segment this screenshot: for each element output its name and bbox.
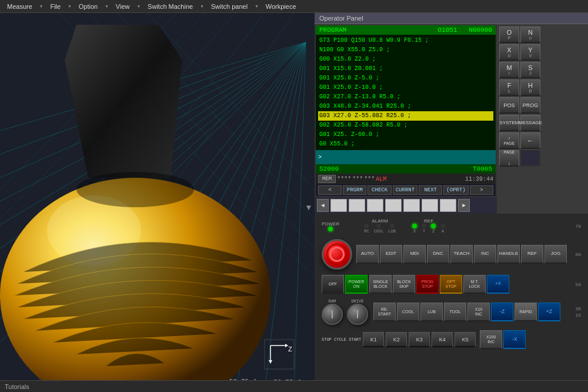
btn-prog-stop[interactable]: PROGSTOP: [416, 275, 439, 294]
btn-k1[interactable]: K1: [363, 332, 384, 347]
btn-x10[interactable]: X10INC: [467, 303, 490, 321]
btn-z-minus[interactable]: -Z: [491, 303, 513, 321]
btn-jog[interactable]: JOG: [544, 245, 567, 264]
btn-block-skip[interactable]: BLOCKSKIP: [393, 275, 415, 294]
key-sj[interactable]: SJ: [520, 62, 540, 78]
btn-inc[interactable]: INC: [474, 245, 496, 264]
key-xu[interactable]: XU: [499, 44, 519, 61]
key-pos[interactable]: POS: [499, 97, 519, 114]
btn-lub[interactable]: LUB: [420, 303, 443, 321]
btn-x-minus[interactable]: -X: [503, 330, 526, 349]
a-label: A: [442, 229, 444, 234]
key-row-7: ↑PAGE ←: [499, 132, 586, 149]
softkey-prgrm[interactable]: PRGRM: [343, 185, 366, 195]
sep2: ▾: [66, 2, 73, 10]
key-left-arrow[interactable]: ←: [520, 132, 540, 149]
estop-button[interactable]: [322, 239, 352, 270]
tool-number: T0005: [473, 165, 492, 172]
btn-k4[interactable]: K4: [432, 332, 453, 347]
btn-dnc[interactable]: DNC: [427, 245, 449, 264]
code-line-2: G00 X15.0 Z2.0 ;: [318, 55, 493, 64]
program-number: O1051 N00000: [438, 26, 492, 34]
menu-file[interactable]: File: [45, 2, 65, 11]
lub-label: LUB: [388, 229, 396, 234]
power-row: OFF POWER ON: [322, 275, 368, 294]
btn-rapid[interactable]: RAPID: [514, 303, 537, 321]
alarm-label: ALARM: [372, 218, 388, 224]
val-15: 15: [575, 313, 581, 318]
spindle-speed: S2000: [319, 165, 339, 172]
key-fl[interactable]: FL: [499, 79, 519, 96]
screen-and-keys: PROGRAM O1051 N00000 G73 P100 Q150 U0.8 …: [315, 24, 588, 214]
menu-switch-panel[interactable]: Switch panel: [206, 2, 252, 11]
btn-edit[interactable]: EDIT: [380, 245, 402, 264]
k-buttons: K1 K2 K3 K4 K5: [363, 332, 476, 347]
btn-k3[interactable]: K3: [409, 332, 430, 347]
btn-k5[interactable]: K5: [455, 332, 476, 347]
btn-ref[interactable]: REF: [521, 245, 543, 264]
btn-single-block[interactable]: SINGLEBLOCK: [369, 275, 392, 294]
ram-knob[interactable]: [322, 304, 343, 325]
btn-mdi[interactable]: MDI: [403, 245, 426, 264]
key-system[interactable]: SYSTEM: [499, 115, 519, 131]
softkey-next[interactable]: NEXT: [419, 185, 442, 195]
screen-func-btn-6[interactable]: [422, 199, 438, 212]
ram-group: RAM: [322, 299, 343, 325]
side-keys-column: OP No XU YV MI SJ FL HD POS PROG: [497, 24, 588, 214]
btn-restart[interactable]: RE-START: [373, 303, 396, 321]
menu-measure[interactable]: Measure: [2, 2, 37, 11]
control-row-3: RAM DRIVE RE-START COOL LUB TOOL: [319, 298, 583, 326]
btn-tool[interactable]: TOOL: [444, 303, 466, 321]
btn-dry-cool[interactable]: COOL: [397, 303, 419, 321]
key-mi[interactable]: MI: [499, 62, 519, 78]
softkey-currnt[interactable]: CURRNT: [393, 185, 417, 195]
key-yv[interactable]: YV: [520, 44, 540, 61]
btn-power-off[interactable]: OFF: [322, 275, 344, 294]
menu-workpiece[interactable]: Workpiece: [261, 2, 301, 11]
key-no[interactable]: No: [520, 26, 540, 43]
op-panel-header: Operator Panel: [315, 13, 588, 24]
btn-x100[interactable]: X100INC: [480, 330, 502, 349]
drive-knob[interactable]: [347, 304, 368, 325]
func-left-arrow[interactable]: ◄: [317, 199, 329, 212]
mode-mem[interactable]: MEM: [318, 175, 336, 183]
cnc-screen: PROGRAM O1051 N00000 G73 P100 Q150 U0.8 …: [315, 24, 497, 197]
screen-func-btn-1[interactable]: [330, 199, 347, 212]
btn-handle[interactable]: HANDLE: [497, 245, 520, 264]
bottom-row: STOP CYCLE START K1 K2 K3 K4 K5 X100INC …: [319, 329, 583, 350]
z-label: Z: [432, 229, 435, 234]
key-prog[interactable]: PROG: [520, 97, 540, 114]
softkey-oprt[interactable]: (OPRT): [443, 185, 468, 195]
right-label-3: 50: [575, 282, 581, 287]
key-page-up[interactable]: ↑PAGE: [499, 132, 519, 149]
btn-teach[interactable]: TEACH: [450, 245, 473, 264]
right-values: 30 15: [575, 306, 581, 318]
btn-x-plus[interactable]: +X: [487, 275, 509, 294]
menu-view[interactable]: View: [111, 2, 135, 11]
screen-func-btn-3[interactable]: [367, 199, 383, 212]
btn-auto[interactable]: AUTO: [356, 245, 379, 264]
menu-option[interactable]: Option: [74, 2, 102, 11]
softkey-check[interactable]: CHECK: [368, 185, 391, 195]
btn-mit-lock[interactable]: M.T.LOCK: [463, 275, 486, 294]
screen-func-btn-5[interactable]: [403, 199, 420, 212]
key-op[interactable]: OP: [499, 26, 519, 43]
z-ref-group: Z: [431, 224, 436, 234]
btn-k2[interactable]: K2: [386, 332, 407, 347]
btn-opt-stop[interactable]: OPTSTOP: [440, 275, 462, 294]
softkey-right-arrow[interactable]: >: [470, 185, 493, 195]
screen-cursor: >: [316, 150, 496, 164]
screen-func-btn-7[interactable]: [440, 199, 456, 212]
btn-z-plus[interactable]: +Z: [538, 303, 560, 321]
btn-power-on[interactable]: POWER ON: [345, 275, 368, 294]
key-message[interactable]: MESSAGE: [520, 115, 540, 131]
softkey-left-arrow[interactable]: <: [318, 185, 342, 195]
code-line-3: G01 X15.0 Z0.001 ;: [318, 64, 493, 74]
func-right-arrow[interactable]: ►: [458, 199, 470, 212]
menu-switch-machine[interactable]: Switch Machine: [143, 2, 198, 11]
screen-func-btn-2[interactable]: [349, 199, 365, 212]
drive-label: DRIVE: [351, 299, 363, 304]
screen-func-btn-4[interactable]: [385, 199, 402, 212]
key-hd[interactable]: HD: [520, 79, 540, 96]
key-page-down[interactable]: PAGE↓: [499, 150, 519, 167]
